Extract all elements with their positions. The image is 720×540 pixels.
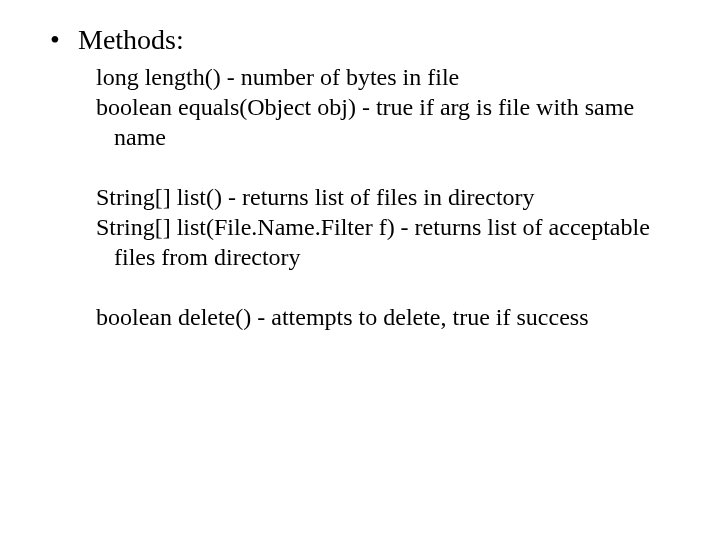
bullet-row: • Methods: — [40, 24, 680, 56]
method-list: String[] list() - returns list of files … — [96, 182, 650, 212]
method-equals: boolean equals(Object obj) - true if arg… — [96, 92, 650, 152]
method-list-filter: String[] list(File.Name.Filter f) - retu… — [96, 212, 650, 272]
slide: • Methods: long length() - number of byt… — [0, 0, 720, 540]
method-length: long length() - number of bytes in file — [96, 62, 650, 92]
methods-block-3: boolean delete() - attempts to delete, t… — [96, 302, 650, 332]
methods-block-1: long length() - number of bytes in file … — [96, 62, 650, 152]
bullet-title: Methods: — [78, 24, 184, 56]
bullet-dot-icon: • — [40, 26, 78, 54]
method-delete: boolean delete() - attempts to delete, t… — [96, 302, 650, 332]
spacer — [40, 152, 680, 182]
methods-block-2: String[] list() - returns list of files … — [96, 182, 650, 272]
spacer — [40, 272, 680, 302]
